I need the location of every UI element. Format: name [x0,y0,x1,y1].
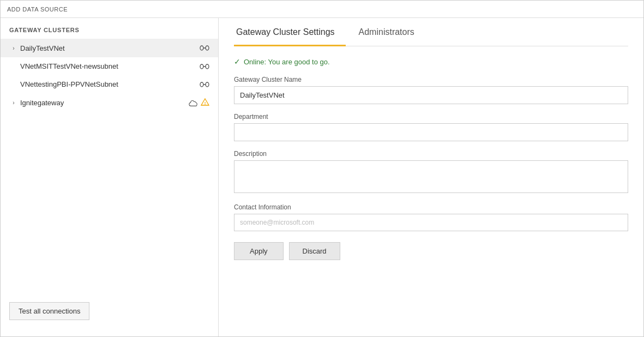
cluster-list: › DailyTestVNet VNetMSITTestVNet-newsubn… [1,39,218,289]
right-panel: Gateway Cluster Settings Administrators … [219,18,643,337]
tab-gateway-cluster-settings[interactable]: Gateway Cluster Settings [234,19,346,46]
department-label: Department [234,113,628,121]
svg-rect-1 [206,46,209,50]
description-label: Description [234,150,628,158]
cluster-item-ignite-gateway[interactable]: › Ignitegateway ! [1,93,218,112]
chevron-icon: › [9,99,18,107]
svg-rect-3 [206,64,209,69]
test-all-connections-button[interactable]: Test all connections [9,302,89,320]
svg-rect-4 [200,82,203,87]
contact-input[interactable] [234,214,628,231]
svg-rect-0 [200,46,203,50]
contact-label: Contact Information [234,203,628,211]
tabs: Gateway Cluster Settings Administrators [234,18,628,46]
button-row: Apply Discard [234,242,628,260]
cluster-item-vnet-msit[interactable]: VNetMSITTestVNet-newsubnet [1,57,218,75]
cluster-name: VNettestingPBI-PPVNetSubnet [20,80,196,88]
cluster-name-label: Gateway Cluster Name [234,76,628,83]
svg-rect-5 [206,82,209,87]
cluster-name: VNetMSITTestVNet-newsubnet [20,62,196,70]
department-group: Department [234,113,628,141]
test-all-btn-container: Test all connections [1,293,218,329]
tab-administrators[interactable]: Administrators [357,19,425,46]
cluster-item-daily-test-vnet[interactable]: › DailyTestVNet [1,39,218,57]
warning-icon: ! [201,98,209,107]
cluster-name-group: Gateway Cluster Name [234,76,628,104]
status-line: ✓ Online: You are good to go. [234,57,628,66]
status-text: Online: You are good to go. [244,58,330,66]
status-check-icon: ✓ [234,57,240,66]
cluster-name: DailyTestVNet [20,44,196,52]
description-group: Description [234,150,628,195]
department-input[interactable] [234,123,628,141]
cluster-name: Ignitegateway [20,99,185,107]
cluster-item-vnet-testing[interactable]: VNettestingPBI-PPVNetSubnet [1,75,218,93]
main-layout: GATEWAY CLUSTERS › DailyTestVNet VNetMSI… [1,18,643,337]
svg-rect-2 [200,64,203,69]
apply-button[interactable]: Apply [234,242,284,260]
chevron-icon: › [9,44,18,52]
svg-text:!: ! [204,101,206,106]
link-icon [200,45,209,51]
contact-group: Contact Information [234,203,628,231]
cloud-icon [189,99,198,107]
cluster-name-input[interactable] [234,86,628,104]
gateway-clusters-label: GATEWAY CLUSTERS [1,27,218,39]
description-input[interactable] [234,160,628,193]
discard-button[interactable]: Discard [289,242,340,260]
top-bar: ADD DATA SOURCE [1,1,643,18]
left-panel: GATEWAY CLUSTERS › DailyTestVNet VNetMSI… [1,18,219,337]
link-icon [200,81,209,88]
link-icon [200,63,209,70]
top-bar-label: ADD DATA SOURCE [7,6,68,13]
